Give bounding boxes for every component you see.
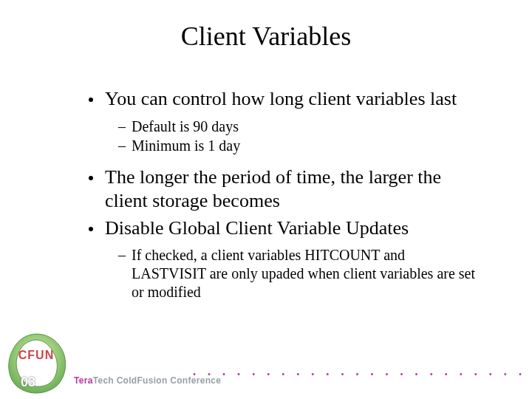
- footer: CFUN 03 TeraTech ColdFusion Conference •…: [0, 362, 532, 392]
- brand-part1: Tera: [74, 375, 93, 386]
- sub-bullet-item: – If checked, a client variables HITCOUN…: [118, 246, 480, 301]
- bullet-dot-icon: [89, 176, 93, 180]
- bullet-item: You can control how long client variable…: [89, 87, 480, 112]
- sub-bullet-item: – Default is 90 days: [118, 117, 480, 136]
- dash-icon: –: [118, 117, 126, 136]
- bullet-dot-icon: [89, 227, 93, 231]
- sub-bullet-text: Default is 90 days: [132, 117, 239, 136]
- sub-bullet-item: – Minimum is 1 day: [118, 137, 480, 155]
- bullet-item: Disable Global Client Variable Updates: [89, 216, 480, 241]
- dash-icon: –: [118, 246, 126, 265]
- sub-bullet-text: If checked, a client variables HITCOUNT …: [132, 246, 480, 301]
- cfun-badge-icon: CFUN: [4, 331, 68, 395]
- svg-text:CFUN: CFUN: [18, 349, 54, 361]
- brand-part2: Tech: [93, 375, 114, 386]
- conference-logo: CFUN 03: [4, 331, 68, 395]
- bullet-text: You can control how long client variable…: [105, 87, 457, 112]
- bullet-item: The longer the period of time, the large…: [89, 166, 480, 214]
- bullet-dot-icon: [89, 98, 93, 102]
- bullet-text: The longer the period of time, the large…: [105, 166, 480, 214]
- slide-title: Client Variables: [0, 21, 532, 52]
- sub-bullet-text: Minimum is 1 day: [132, 137, 240, 155]
- sub-bullet-group: – If checked, a client variables HITCOUN…: [118, 246, 480, 301]
- dash-icon: –: [118, 137, 126, 155]
- decorative-dots: • • • • • • • • • • • • • • • • • • • • …: [192, 370, 525, 378]
- bullet-text: Disable Global Client Variable Updates: [105, 216, 409, 241]
- year-badge: 03: [21, 375, 35, 390]
- slide-body: You can control how long client variable…: [89, 87, 480, 301]
- sub-bullet-group: – Default is 90 days – Minimum is 1 day: [118, 117, 480, 155]
